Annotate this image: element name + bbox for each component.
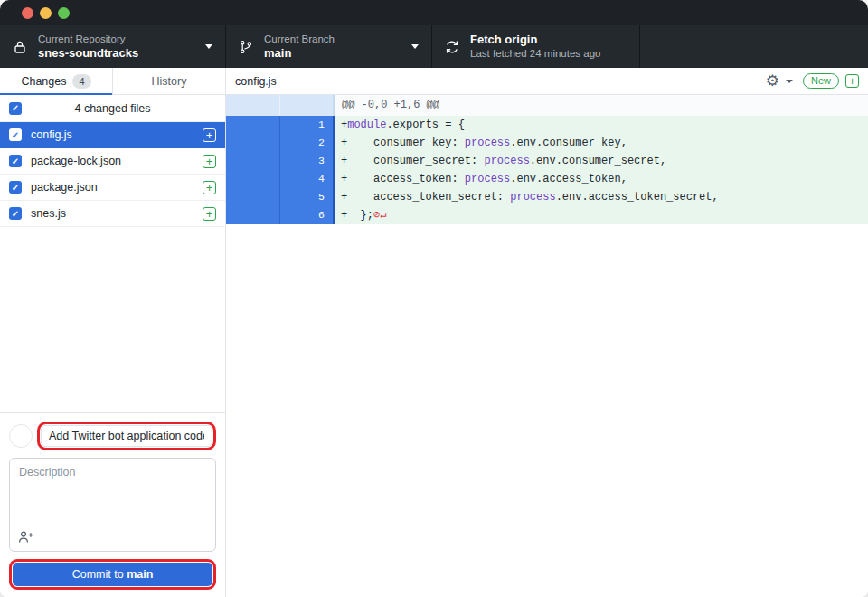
github-desktop-window: Current Repository snes-soundtracks Curr… [0,0,868,597]
diff-line: 2+ consumer_key: process.env.consumer_ke… [226,134,868,152]
commit-form: Commit to main [0,412,225,597]
code-token: process [465,137,510,149]
new-line-number-gutter[interactable]: 1 [280,116,335,134]
hunk-header: @@ -0,0 +1,6 @@ [226,95,868,116]
code-token: + }; [341,209,373,222]
code-token: module [347,118,386,131]
commit-description-textarea[interactable] [19,466,206,527]
diff-line: 1+module.exports = { [226,116,868,134]
file-added-status-icon: + [203,155,216,168]
code-token: + access_token: [341,173,465,185]
current-branch-name: main [264,46,335,61]
file-name: package-lock.json [31,155,121,167]
zoom-button[interactable] [58,7,70,19]
new-file-badge: New [803,73,839,89]
fetch-origin-button[interactable]: Fetch origin Last fetched 24 minutes ago [432,25,640,68]
new-line-number-gutter[interactable]: 2 [280,134,335,152]
code-token: + consumer_secret: [341,155,484,167]
file-added-status-icon: + [203,128,216,142]
code-token: process [465,173,510,185]
diff-header-actions: ⚙ New + [766,73,859,89]
toolbar-filler [640,25,868,68]
last-fetched-text: Last fetched 24 minutes ago [470,47,601,60]
file-row-config-js[interactable]: ✓config.js+ [0,122,225,148]
code-content: +module.exports = { [335,116,868,134]
code-content: + };⊘↵ [335,206,868,224]
changed-files-header: ✓ 4 changed files [0,95,225,122]
code-token: process [510,191,555,204]
hunk-gutter-old [226,95,280,116]
include-file-checkbox[interactable]: ✓ [9,128,22,141]
file-name: config.js [31,128,72,141]
diff-lines: 1+module.exports = {2+ consumer_key: pro… [226,116,868,224]
code-token: ⊘↵ [373,209,386,222]
commit-description-box [9,458,216,552]
code-token: process [484,155,529,167]
include-file-checkbox[interactable]: ✓ [9,155,22,167]
old-line-number-gutter[interactable] [226,188,280,206]
include-file-checkbox[interactable]: ✓ [9,207,22,220]
minimize-button[interactable] [40,7,52,19]
main-content: Changes 4 History ✓ 4 changed files ✓con… [0,68,868,597]
git-branch-icon [239,40,253,54]
sidebar-tabs: Changes 4 History [0,68,225,95]
file-added-status-icon: + [203,207,216,221]
old-line-number-gutter[interactable] [226,152,280,170]
diff-line: 3+ consumer_secret: process.env.consumer… [226,152,868,170]
gear-icon[interactable]: ⚙ [766,73,779,89]
commit-button[interactable]: Commit to main [13,563,212,586]
annotation-highlight-summary [37,422,216,450]
diff-file-name: config.js [235,75,277,88]
sync-icon [445,40,459,54]
toolbar: Current Repository snes-soundtracks Curr… [0,25,868,68]
hunk-header-text: @@ -0,0 +1,6 @@ [335,95,439,116]
new-line-number-gutter[interactable]: 5 [280,188,335,206]
include-file-checkbox[interactable]: ✓ [9,181,22,194]
new-line-number-gutter[interactable]: 6 [280,206,335,224]
commit-button-prefix: Commit to [72,568,127,581]
chevron-down-icon [411,44,419,49]
titlebar [0,0,868,25]
diff-pane: config.js ⚙ New + @@ -0,0 +1,6 @@ 1+modu… [226,68,868,597]
code-content: + consumer_key: process.env.consumer_key… [335,134,868,152]
old-line-number-gutter[interactable] [226,206,280,224]
old-line-number-gutter[interactable] [226,170,280,188]
old-line-number-gutter[interactable] [226,116,280,134]
commit-button-branch: main [127,568,153,581]
commit-summary-input[interactable] [41,425,212,447]
tab-changes-label: Changes [21,75,66,88]
new-line-number-gutter[interactable]: 4 [280,170,335,188]
file-row-package-json[interactable]: ✓package.json+ [0,175,225,201]
chevron-down-icon[interactable] [786,80,793,83]
code-token: + access_token_secret: [341,191,510,204]
hunk-gutter-new [280,95,335,116]
code-content: + access_token_secret: process.env.acces… [335,188,868,206]
branch-selector[interactable]: Current Branch main [226,25,432,68]
avatar [9,424,33,448]
repository-selector[interactable]: Current Repository snes-soundtracks [0,25,226,68]
code-token: .env.consumer_secret, [530,155,666,167]
tab-changes[interactable]: Changes 4 [0,68,113,94]
code-token: .exports = { [386,118,464,131]
annotation-highlight-commit: Commit to main [9,559,216,590]
code-token: + consumer_key: [341,137,465,149]
diff-line: 6+ };⊘↵ [226,206,868,224]
changes-count-badge: 4 [72,74,90,89]
code-token: .env.access_token_secret, [556,191,719,204]
file-name: package.json [31,181,98,194]
chevron-down-icon [205,44,212,49]
file-row-package-lock-json[interactable]: ✓package-lock.json+ [0,148,225,175]
file-added-status-icon: + [845,74,859,88]
tab-history[interactable]: History [113,68,225,94]
file-row-snes-js[interactable]: ✓snes.js+ [0,201,225,227]
new-line-number-gutter[interactable]: 3 [280,152,335,170]
summary-row [9,422,216,450]
old-line-number-gutter[interactable] [226,134,280,152]
close-button[interactable] [22,7,33,19]
code-content: + consumer_secret: process.env.consumer_… [335,152,868,170]
changes-sidebar: Changes 4 History ✓ 4 changed files ✓con… [0,68,226,597]
fetch-origin-label: Fetch origin [470,33,601,47]
add-coauthor-icon[interactable] [18,530,34,545]
current-branch-label: Current Branch [264,33,335,45]
diff-line: 4+ access_token: process.env.access_toke… [226,170,868,188]
